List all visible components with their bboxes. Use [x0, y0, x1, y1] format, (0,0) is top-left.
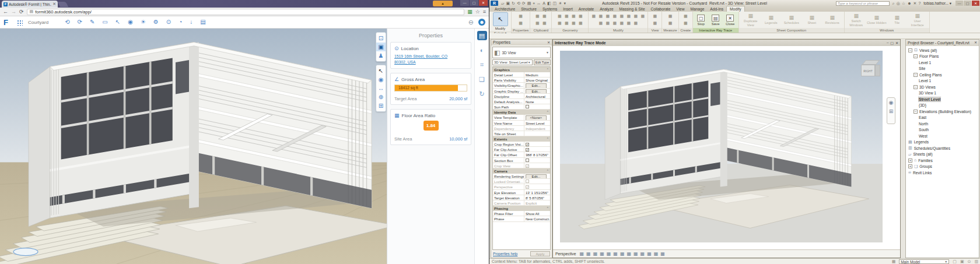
- tree-item-label[interactable]: Elevations (Building Elevation): [919, 110, 971, 114]
- signed-in-user[interactable]: tobias.hathor... ▾: [923, 1, 951, 6]
- group-collapse-icon[interactable]: ⌃: [547, 168, 549, 174]
- user-avatar[interactable]: ☻: [478, 19, 485, 26]
- redo-icon[interactable]: ⟳: [78, 18, 82, 26]
- copy-clip-icon[interactable]: ▦: [534, 20, 540, 26]
- undo-icon[interactable]: ⟲: [65, 18, 69, 26]
- visual-style-icon[interactable]: ▦: [593, 251, 598, 258]
- analysis-display-icon[interactable]: ▦: [660, 251, 665, 258]
- exchange-icon[interactable]: ✕: [914, 1, 917, 6]
- stop-raytrace-button[interactable]: ▢Stop: [695, 15, 708, 26]
- property-value[interactable]: Edit...: [524, 89, 550, 93]
- match-icon[interactable]: ▦: [633, 20, 639, 26]
- palette-close-icon[interactable]: ✕: [547, 40, 550, 45]
- save-raytrace-button[interactable]: ▤Save: [709, 15, 722, 26]
- axon-view-icon[interactable]: ▣: [376, 43, 386, 51]
- select-pinned-icon[interactable]: ⊙: [968, 259, 971, 264]
- tree-item-label[interactable]: Sheets (all): [913, 152, 932, 156]
- tree-expand-icon[interactable]: +: [908, 159, 912, 163]
- save-icon[interactable]: ▣: [506, 1, 510, 6]
- family-types-icon[interactable]: ▦: [518, 20, 524, 26]
- signin-icon[interactable]: ☻: [907, 1, 911, 6]
- select-arrow-icon[interactable]: ↖: [376, 66, 386, 75]
- tree-item-label[interactable]: South: [919, 128, 929, 132]
- editable-only-icon[interactable]: ▣: [960, 259, 964, 264]
- tree-expand-icon[interactable]: +: [908, 164, 912, 168]
- group-collapse-icon[interactable]: ⌃: [547, 136, 549, 142]
- property-value[interactable]: <None>: [524, 115, 550, 119]
- tab-systems[interactable]: Systems: [540, 6, 560, 12]
- tree-item-label[interactable]: Schedules/Quantities: [914, 146, 950, 150]
- property-value[interactable]: ✓: [524, 142, 550, 146]
- tree-item[interactable]: −⊡Views (all): [906, 47, 979, 54]
- tab-manage[interactable]: Manage: [688, 6, 708, 12]
- orbit-view-icon[interactable]: ◉: [376, 75, 386, 84]
- scale-icon[interactable]: ▦: [605, 20, 611, 26]
- tab-insert[interactable]: Insert: [560, 6, 576, 12]
- design-option-dropdown[interactable]: Main Model ▼: [899, 259, 949, 264]
- split-icon[interactable]: ▦: [640, 13, 646, 19]
- lock-view-icon[interactable]: ▦: [634, 251, 638, 258]
- offset-icon[interactable]: ▦: [605, 13, 611, 19]
- property-group-header[interactable]: Identity Data⌃: [493, 110, 550, 115]
- tree-item-label[interactable]: West: [919, 134, 928, 138]
- property-value[interactable]: [524, 131, 550, 136]
- settings-gear-icon[interactable]: ⚙: [153, 18, 159, 26]
- view-minimize-icon[interactable]: ‒: [887, 41, 888, 45]
- refresh-icon[interactable]: ⟳: [19, 8, 24, 16]
- tree-item-label[interactable]: Floor Plans: [919, 54, 939, 58]
- reveal-hidden-icon[interactable]: ▦: [647, 251, 652, 258]
- tree-item[interactable]: −Floor Plans: [906, 54, 979, 60]
- viewcube[interactable]: RIGHT: [860, 60, 881, 80]
- tree-item[interactable]: +❏Groups: [906, 164, 979, 170]
- checkbox[interactable]: ✓: [526, 143, 529, 146]
- join-icon[interactable]: ▦: [570, 13, 576, 19]
- forward-icon[interactable]: →: [11, 8, 16, 16]
- properties-help-link[interactable]: Properties help: [493, 252, 517, 256]
- tab-architecture[interactable]: Architecture: [492, 6, 518, 12]
- mirror-icon[interactable]: ▦: [619, 13, 625, 19]
- cut-geometry-icon[interactable]: ▦: [564, 13, 569, 19]
- sync-warning-badge[interactable]: ▲: [433, 1, 453, 6]
- shapes-icon[interactable]: ▭: [102, 18, 107, 26]
- restore-button[interactable]: ▢: [964, 1, 971, 6]
- pan-hand-icon[interactable]: ↔: [376, 84, 386, 93]
- menu-icon[interactable]: ≡: [483, 8, 486, 16]
- measure-tool-icon[interactable]: ▦: [667, 13, 673, 19]
- zoom-in-icon[interactable]: ⊕: [376, 93, 386, 101]
- formit-3d-canvas[interactable]: [0, 29, 387, 264]
- temporary-hide-icon[interactable]: ▦: [640, 251, 645, 258]
- 3d-view-icon[interactable]: ◧: [547, 1, 551, 6]
- select-cursor-icon[interactable]: ↖: [116, 18, 120, 26]
- render-dialog-icon[interactable]: ▦: [613, 251, 618, 258]
- tree-item[interactable]: 3D View 1: [906, 90, 979, 97]
- help-search-input[interactable]: Type a keyword or phrase: [836, 1, 890, 6]
- checkbox[interactable]: ✓: [526, 164, 529, 168]
- property-group-header[interactable]: Camera⌃: [493, 168, 550, 174]
- tree-item[interactable]: South: [906, 127, 979, 133]
- tree-expand-icon[interactable]: −: [914, 85, 918, 89]
- property-value[interactable]: Architectural: [524, 94, 550, 98]
- tab-view[interactable]: View: [673, 6, 687, 12]
- tree-item[interactable]: +⌂Families: [906, 157, 979, 164]
- paint-icon[interactable]: ▦: [578, 20, 583, 26]
- help-icon[interactable]: ?: [918, 1, 921, 6]
- checkbox[interactable]: ✓: [526, 185, 529, 189]
- materials-icon[interactable]: ◐: [477, 45, 487, 55]
- tree-item-label[interactable]: 3D Views: [919, 85, 936, 89]
- infocenter-icon[interactable]: ◎: [897, 1, 900, 6]
- view-close-icon[interactable]: ✕: [895, 41, 898, 45]
- tree-item-label[interactable]: Groups: [919, 164, 932, 168]
- tree-expand-icon[interactable]: −: [908, 48, 912, 52]
- property-value[interactable]: New Construct...: [524, 216, 550, 221]
- tree-item[interactable]: −3D Views: [906, 84, 979, 90]
- sun-shadows-icon[interactable]: ☀: [141, 18, 146, 26]
- tree-item-label[interactable]: Level 1: [919, 79, 931, 83]
- property-value[interactable]: None: [524, 99, 550, 104]
- tab-close-icon[interactable]: ✕: [52, 2, 56, 6]
- property-value[interactable]: Show Original: [524, 78, 550, 82]
- minimize-button[interactable]: —: [956, 1, 963, 6]
- property-value[interactable]: ✓: [524, 163, 550, 168]
- dimension-tool-icon[interactable]: ▦: [667, 20, 673, 26]
- project-browser-close-icon[interactable]: ✕: [974, 40, 977, 46]
- address-bar[interactable]: ▤ formit360.autodesk.com/app/: [27, 9, 465, 15]
